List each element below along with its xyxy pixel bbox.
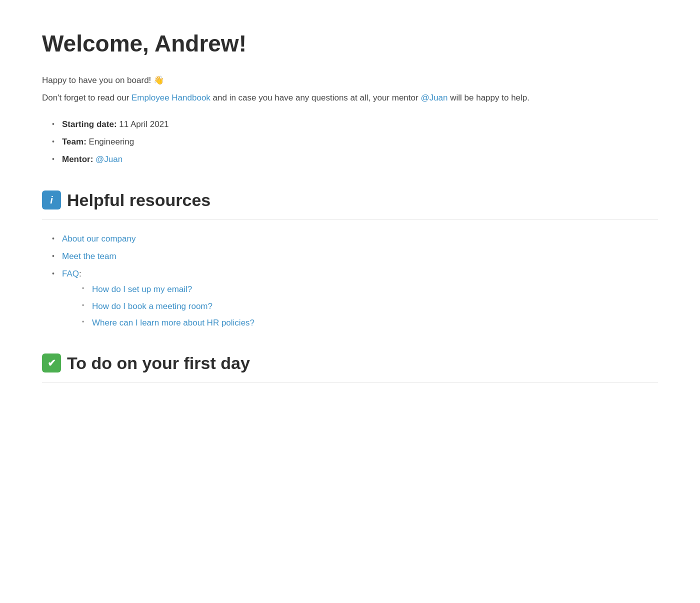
detail-label-team: Team: [62,137,86,146]
mentor-link[interactable]: @Juan [96,154,122,164]
checkbox-icon: ✔ [42,354,61,372]
resource-item-team: Meet the team [52,250,658,263]
resources-section: i Helpful resources About our company Me… [42,186,658,330]
resources-heading: i Helpful resources [42,186,658,220]
resource-item-faq: FAQ: How do I set up my email? How do I … [52,267,658,330]
detail-starting-date: Starting date: 11 April 2021 [52,118,658,131]
intro-paragraph: Happy to have you on board! 👋 Don't forg… [42,74,658,106]
faq-item-meeting: How do I book a meeting room? [82,300,658,313]
faq-sub-list: How do I set up my email? How do I book … [82,282,658,330]
todo-section: ✔ To do on your first day [42,350,658,383]
intro-prefix: Don't forget to read our [42,93,132,102]
faq-meeting-link[interactable]: How do I book a meeting room? [92,302,212,311]
detail-mentor: Mentor: @Juan [52,152,658,166]
resource-item-company: About our company [52,232,658,246]
intro-line2: Don't forget to read our Employee Handbo… [42,91,658,106]
info-icon: i [42,190,61,210]
intro-suffix: will be happy to help. [448,93,530,102]
resources-heading-text: Helpful resources [67,186,210,214]
faq-item-email: How do I set up my email? [82,282,658,296]
about-company-link[interactable]: About our company [62,234,136,244]
mentor-inline-link[interactable]: @Juan [420,93,448,102]
resources-list: About our company Meet the team FAQ: How… [52,232,658,330]
faq-link[interactable]: FAQ [62,269,79,278]
faq-hr-link[interactable]: Where can I learn more about HR policies… [92,318,254,328]
meet-team-link[interactable]: Meet the team [62,252,116,261]
faq-colon: : [79,269,82,278]
intro-middle: and in case you have any questions at al… [210,93,421,102]
intro-line1: Happy to have you on board! 👋 [42,74,658,88]
details-list: Starting date: 11 April 2021 Team: Engin… [52,118,658,166]
faq-item-hr: Where can I learn more about HR policies… [82,316,658,330]
todo-heading-text: To do on your first day [67,350,250,376]
faq-email-link[interactable]: How do I set up my email? [92,284,192,294]
detail-label-starting: Starting date: [62,120,117,129]
page-title: Welcome, Andrew! [42,30,658,58]
todo-heading: ✔ To do on your first day [42,350,658,383]
employee-handbook-link[interactable]: Employee Handbook [132,93,210,102]
detail-team: Team: Engineering [52,135,658,148]
detail-label-mentor: Mentor: [62,154,93,164]
